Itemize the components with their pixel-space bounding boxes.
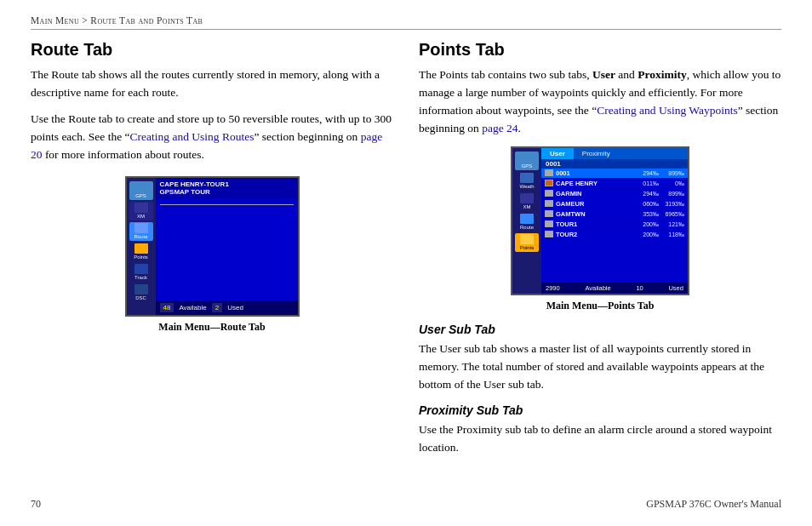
- route-screenshot-caption: Main Menu—Route Tab: [158, 321, 265, 334]
- point-name-gameur: GAMEUR: [556, 200, 630, 208]
- proximity-tab[interactable]: Proximity: [574, 148, 619, 159]
- point-name-garmin: GARMIN: [556, 190, 630, 197]
- points-used-label: Used: [668, 284, 683, 292]
- route-avail-count: 48: [160, 303, 174, 312]
- point-icon-0001: [545, 169, 553, 176]
- point-icon-cape-henry: [545, 180, 553, 186]
- user-tab[interactable]: User: [541, 148, 574, 159]
- point-dist-cape-henry: 011‰: [630, 180, 659, 186]
- points-sidebar: GPS Weath XM Route: [512, 148, 541, 294]
- point-icon-gameur: [545, 200, 553, 207]
- point-icon-garmin: [545, 190, 553, 197]
- route-tab-para1: The Route tab shows all the routes curre…: [31, 66, 393, 102]
- point-bearing-0001: 899‰: [659, 170, 684, 176]
- sidebar-dsc: DSC: [129, 283, 153, 302]
- point-bearing-garmin: 899‰: [659, 191, 684, 197]
- point-dist-0001: 294‰: [630, 170, 659, 176]
- sidebar-points: Points: [129, 243, 153, 261]
- route-screenshot-container: GPS XM Route Points: [123, 176, 301, 334]
- route-para2-after: ” section beginning on: [254, 130, 360, 143]
- route-sidebar: GPS XM Route Points: [127, 178, 156, 315]
- point-row-gameur: GAMEUR 060‰ 3193‰: [541, 199, 688, 209]
- route-header: CAPE HENRY-TOUR1 GPSMAP TOUR: [156, 178, 298, 198]
- left-column: Route Tab The Route tab shows all the ro…: [31, 40, 393, 491]
- creating-using-waypoints-link[interactable]: Creating and Using Waypoints: [597, 104, 738, 117]
- point-row-tour1: TOUR1 200‰ 121‰: [541, 220, 688, 230]
- points-para1-before: The Points tab contains two sub tabs,: [419, 68, 592, 81]
- route-used-label: Used: [227, 304, 243, 312]
- points-screenshot-caption: Main Menu—Points Tab: [546, 300, 655, 312]
- user-sub-tab-text: The User sub tab shows a master list of …: [419, 340, 781, 394]
- point-icon-gamtwn: [545, 210, 553, 217]
- points-main-area: User Proximity 0001 0001 294‰ 899‰: [541, 148, 688, 294]
- route-footer: 48 Available 2 Used: [156, 300, 298, 315]
- point-row-cape-henry: CAPE HENRY 011‰ 0‰: [541, 179, 688, 189]
- point-icon-tour1: [545, 220, 553, 227]
- point-row-tour2: TOUR2 200‰ 118‰: [541, 230, 688, 240]
- point-name-tour1: TOUR1: [556, 220, 630, 228]
- point-row-gamtwn: GAMTWN 353‰ 6965‰: [541, 209, 688, 220]
- sidebar-xm: XM: [129, 202, 153, 220]
- points-tab-title: Points Tab: [419, 40, 781, 60]
- route-tab-para2: Use the Route tab to create and store up…: [31, 111, 393, 164]
- route-list-area: [156, 198, 298, 300]
- sidebar-track: Track: [129, 263, 153, 282]
- proximity-sub-tab-text: Use the Proximity sub tab to define an a…: [419, 421, 781, 457]
- point-dist-tour2: 200‰: [630, 232, 659, 237]
- page-24-link[interactable]: page 24: [482, 122, 518, 134]
- point-icon-tour2: [545, 231, 553, 237]
- proximity-sub-tab-title: Proximity Sub Tab: [419, 403, 781, 417]
- pts-sidebar-route: Route: [515, 213, 539, 232]
- point-dist-garmin: 294‰: [630, 191, 659, 197]
- point-bearing-gameur: 3193‰: [659, 201, 684, 207]
- points-list: 0001 294‰ 899‰ CAPE HENRY 011‰ 0‰: [541, 169, 688, 283]
- points-id-row: 0001: [541, 159, 688, 169]
- route-avail-label: Available: [179, 304, 206, 312]
- route-screenshot: GPS XM Route Points: [125, 176, 300, 317]
- route-used-count: 2: [212, 303, 222, 312]
- page-number: 70: [31, 498, 41, 511]
- points-para1-mid: and: [615, 68, 638, 81]
- points-footer: 2990 Available 10 Used: [541, 283, 688, 294]
- page: Main Menu > Route Tab and Points Tab Rou…: [0, 0, 812, 526]
- sidebar-route-active: Route: [129, 222, 153, 241]
- point-row-garmin: GARMIN 294‰ 899‰: [541, 189, 688, 199]
- right-column: Points Tab The Points tab contains two s…: [419, 40, 781, 491]
- points-para1-end: .: [518, 122, 521, 134]
- route-main-area: CAPE HENRY-TOUR1 GPSMAP TOUR 48 Availabl…: [156, 178, 298, 315]
- point-dist-gamtwn: 353‰: [630, 211, 659, 217]
- points-bold-user: User: [592, 68, 615, 81]
- route-divider: [160, 204, 294, 205]
- route-header-line2: GPSMAP TOUR: [160, 188, 294, 196]
- point-name-tour2: TOUR2: [556, 231, 630, 238]
- point-bearing-cape-henry: 0‰: [659, 180, 684, 186]
- sidebar-gps: GPS: [129, 181, 153, 200]
- route-header-line1: CAPE HENRY-TOUR1: [160, 180, 294, 188]
- pts-sidebar-points-active: Points: [515, 233, 539, 252]
- pts-sidebar-gps: GPS: [515, 152, 539, 170]
- creating-using-routes-link[interactable]: Creating and Using Routes: [130, 130, 254, 143]
- points-screenshot: GPS Weath XM Route: [511, 146, 689, 295]
- points-tab-header: User Proximity: [541, 148, 688, 159]
- breadcrumb-text: Main Menu > Route Tab and Points Tab: [31, 15, 203, 26]
- points-avail-count: 2990: [546, 284, 560, 292]
- points-used-count: 10: [636, 284, 643, 292]
- point-dist-tour1: 200‰: [630, 221, 659, 227]
- point-name-gamtwn: GAMTWN: [556, 210, 630, 218]
- route-para2-end: for more information about routes.: [43, 148, 204, 161]
- points-screenshot-container: GPS Weath XM Route: [506, 146, 694, 312]
- breadcrumb: Main Menu > Route Tab and Points Tab: [31, 15, 781, 30]
- footer-bar: 70 GPSMAP 376C Owner's Manual: [31, 491, 781, 511]
- user-sub-tab-title: User Sub Tab: [419, 323, 781, 336]
- route-tab-title: Route Tab: [31, 40, 393, 60]
- content-columns: Route Tab The Route tab shows all the ro…: [31, 40, 781, 491]
- point-bearing-gamtwn: 6965‰: [659, 211, 684, 217]
- points-tab-para1: The Points tab contains two sub tabs, Us…: [419, 66, 781, 138]
- pts-sidebar-xm: XM: [515, 192, 539, 211]
- point-name-cape-henry: CAPE HENRY: [556, 180, 630, 187]
- points-bold-proximity: Proximity: [638, 68, 687, 81]
- point-bearing-tour2: 118‰: [659, 232, 684, 237]
- pts-sidebar-weather: Weath: [515, 172, 539, 191]
- point-name-0001: 0001: [556, 169, 630, 177]
- manual-title: GPSMAP 376C Owner's Manual: [646, 498, 781, 511]
